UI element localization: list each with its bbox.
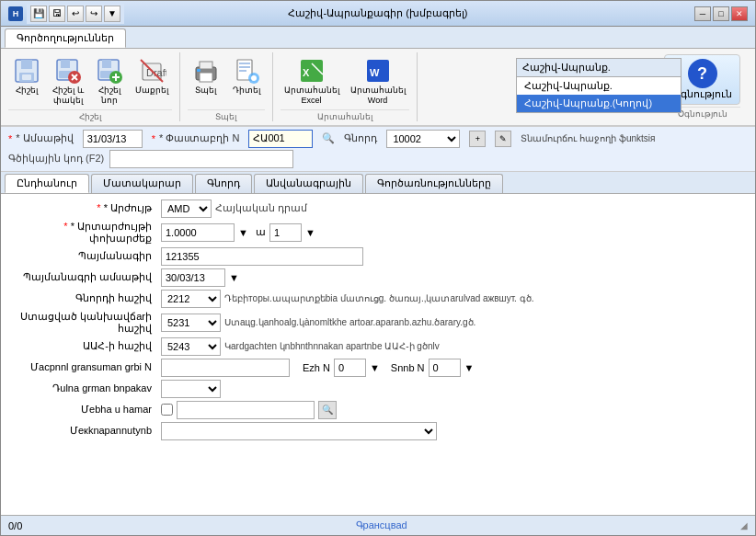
snn-input[interactable] (429, 359, 461, 377)
svg-rect-11 (102, 60, 111, 68)
preview-button[interactable]: Դիտել (228, 54, 265, 97)
journal-input[interactable] (161, 359, 290, 377)
export-option-2[interactable]: Հաշիվ-Ապրանք.(Կողով) (517, 95, 681, 112)
snn-dropdown: ▼ (464, 362, 475, 373)
export-option-1[interactable]: Հաշիվ-Ապրանք. (517, 77, 681, 95)
rate-dropdown-icon: ▼ (238, 227, 248, 238)
save-icon (12, 56, 41, 86)
currency-value-row: AMD Հայկական դրամ (161, 200, 748, 218)
preview-label: Դիտել (233, 86, 260, 96)
svg-rect-5 (61, 60, 70, 68)
tab-additional[interactable]: Անվանագրային (254, 174, 363, 193)
tab-client2[interactable]: Գնորդ (195, 174, 252, 193)
title-bar-left: H 💾 🖫 ↩ ↪ ▼ (8, 4, 124, 24)
tab-functions[interactable]: Գործողություններ (5, 29, 126, 48)
save-new-button[interactable]: Հիշել նոր (91, 54, 128, 108)
svg-rect-25 (239, 66, 250, 68)
next-payment-select[interactable] (161, 380, 221, 398)
content-tabs: Ընդհանուր Մատակարար Գնորդ Անվանագրային Գ… (1, 172, 755, 194)
export-dropdown-header[interactable]: Հաշիվ-Ապրանք. (516, 58, 682, 77)
client-select[interactable]: 10002 (386, 130, 460, 148)
storage-account-select[interactable]: 5231 (161, 314, 221, 332)
svg-rect-20 (200, 62, 212, 69)
qa-more-btn[interactable]: ▼ (104, 6, 120, 22)
print-label: Տպել (195, 86, 216, 96)
app-icon: H (8, 6, 23, 21)
invoice-req-star: * (152, 133, 155, 144)
note-select[interactable] (161, 422, 437, 440)
svg-rect-22 (197, 69, 200, 72)
clean-button[interactable]: Draft Մաքրել (132, 54, 172, 97)
svg-rect-21 (200, 73, 212, 82)
qa-undo-btn[interactable]: ↩ (67, 6, 84, 22)
maximize-btn[interactable]: □ (713, 6, 729, 21)
payment-date-input[interactable] (161, 268, 225, 287)
note-label: Մекknapannutynb (8, 425, 155, 437)
print-button[interactable]: Տպել (188, 54, 224, 97)
export-type-dropdown-area: Հաշիվ-Ապրանք. Հաշիվ-Ապրանք. Հաշիվ-Ապրանք… (516, 58, 682, 113)
export-word-icon: W (363, 56, 393, 86)
export-word-button[interactable]: W Արտահանել Word (347, 54, 409, 108)
help-icon: ? (688, 59, 717, 88)
save-close-button[interactable]: Հիշել և փակել (49, 54, 87, 108)
rate-label: * * Արտարժույթի փոխարժեք (8, 221, 155, 245)
payment-account-label: Պայմանագիր (8, 250, 155, 262)
tab-main[interactable]: Ընդհանուր (5, 174, 89, 193)
export-excel-button[interactable]: X Արտահանել Excel (281, 54, 343, 108)
vat-account-desc: Կardgachten կnbhnthnnakan apartnbe ԱԱՀ-ի… (224, 341, 440, 351)
ribbon-print-group-label: Տպել (188, 109, 265, 121)
edit-client-btn[interactable]: ✎ (495, 131, 511, 147)
rate-input[interactable] (161, 223, 235, 242)
barcode-label: Գծիկային կոդ (F2) (8, 153, 104, 165)
ribbon: Հիշել Հիշել և փակել (1, 49, 755, 127)
svg-text:W: W (370, 67, 380, 78)
clean-icon: Draft (137, 56, 166, 86)
barcode-input[interactable] (109, 150, 293, 168)
buyer-account-label: Գնորդի հաշիվ (8, 292, 155, 304)
client-desc: Տնամուրճու հաջողի ֆunktsія (521, 133, 655, 143)
date-label: * Ամսաթիվ (16, 132, 73, 144)
status-bar: 0/0 Գрансцвad ◢ (1, 515, 755, 535)
close-btn[interactable]: ✕ (731, 6, 748, 21)
rate-num-input[interactable] (269, 223, 302, 242)
qa-redo-btn[interactable]: ↪ (86, 6, 102, 22)
save-button[interactable]: Հիշել (8, 54, 45, 97)
export-dropdown-list: Հաշիվ-Ապրանք. Հաշիվ-Ապրանք.(Կողով) (516, 77, 682, 113)
svg-rect-1 (21, 60, 32, 69)
content-body: * * Արժույթ AMD Հայկական դրամ * * Արտարժ… (1, 194, 755, 515)
invoice-input[interactable] (248, 130, 313, 148)
ribbon-tabs-row: Գործողություններ (1, 27, 755, 49)
next-payment-label: Դulna grman bnpakav (8, 382, 155, 394)
recipient-input[interactable] (177, 401, 315, 419)
ezh-dropdown: ▼ (370, 362, 380, 373)
currency-select[interactable]: AMD (161, 200, 212, 218)
form-header-row1: * * Ամսաթիվ * * Փաuտաբղի N 🔍 Գնորդ 10002… (1, 127, 755, 172)
date-input[interactable] (83, 130, 143, 148)
export-excel-icon: X (297, 56, 326, 86)
recipient-checkbox[interactable] (161, 404, 173, 416)
storage-account-row: 5231 Ստaцg.կanhoalg.կànomltkhe artoar.ap… (161, 314, 748, 332)
qa-save-btn[interactable]: 💾 (30, 6, 47, 22)
buyer-account-select[interactable]: 2212 (161, 290, 221, 308)
recipient-search-btn[interactable]: 🔍 (318, 401, 337, 419)
tab-params[interactable]: Մատակարար (91, 174, 193, 193)
svg-text:X: X (303, 67, 310, 78)
add-client-btn[interactable]: + (469, 131, 486, 147)
search-icon: 🔍 (322, 132, 335, 144)
next-payment-row (161, 380, 748, 398)
storage-account-label: Ստացված կանխավճarի հաշիվ (8, 311, 155, 335)
svg-rect-26 (239, 70, 246, 72)
svg-rect-3 (22, 74, 31, 80)
save-close-icon (53, 56, 83, 86)
payment-account-input[interactable] (161, 247, 363, 266)
tab-notes[interactable]: Գործառնությունները (365, 174, 503, 193)
ezh-input[interactable] (334, 359, 366, 377)
clean-label: Մաքրել (135, 86, 168, 96)
vat-account-select[interactable]: 5243 (161, 337, 221, 356)
save-close-label: Հիշել և փակել (52, 86, 84, 106)
status-position: 0/0 (8, 520, 22, 531)
form-grid: * * Արժույթ AMD Հայկական դրամ * * Արտարժ… (8, 200, 748, 440)
date-req-star: * (8, 133, 12, 144)
minimize-btn[interactable]: ─ (694, 6, 711, 21)
qa-save-group-btn[interactable]: 🖫 (49, 6, 65, 22)
